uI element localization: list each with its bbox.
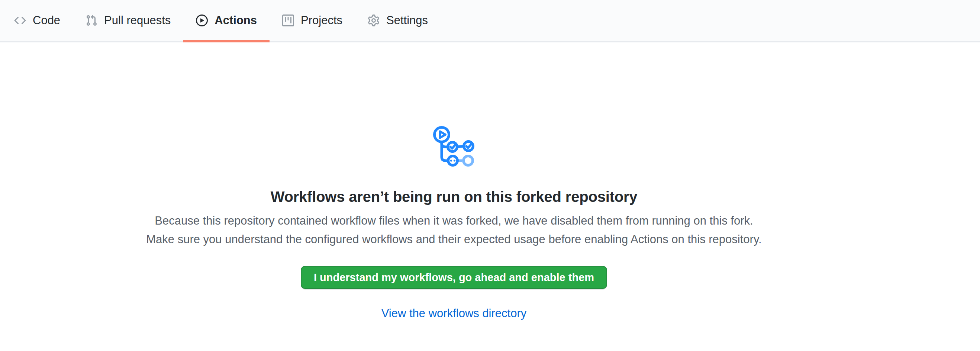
tab-settings[interactable]: Settings: [355, 0, 441, 41]
enable-workflows-button[interactable]: I understand my workflows, go ahead and …: [301, 266, 607, 289]
actions-page: Workflows aren’t being run on this forke…: [0, 42, 980, 320]
gear-icon: [368, 14, 380, 26]
tab-actions[interactable]: Actions: [183, 0, 269, 41]
tab-pull-requests[interactable]: Pull requests: [73, 0, 183, 41]
project-icon: [282, 14, 294, 26]
tab-label: Settings: [386, 14, 428, 27]
code-icon: [14, 14, 26, 26]
blankslate-description: Because this repository contained workfl…: [142, 211, 766, 249]
git-pull-request-icon: [86, 14, 97, 26]
tab-label: Actions: [215, 14, 257, 27]
blankslate: Workflows aren’t being run on this forke…: [0, 42, 908, 320]
page-title: Workflows aren’t being run on this forke…: [0, 188, 908, 206]
tab-label: Projects: [301, 14, 342, 27]
tab-label: Pull requests: [104, 14, 171, 27]
play-icon: [196, 14, 208, 26]
tab-code[interactable]: Code: [2, 0, 73, 41]
view-workflows-directory-link[interactable]: View the workflows directory: [382, 307, 527, 320]
tab-projects[interactable]: Projects: [269, 0, 355, 41]
tab-label: Code: [33, 14, 60, 27]
repo-tab-nav: Code Pull requests Actions Projects Sett…: [0, 0, 980, 42]
actions-workflow-icon: [433, 125, 475, 168]
